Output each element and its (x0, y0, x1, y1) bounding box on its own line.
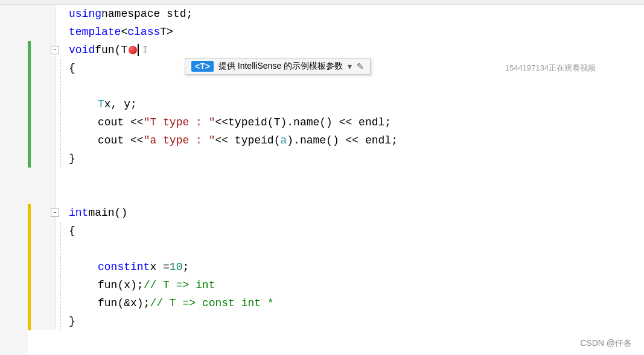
type-T: T (98, 95, 104, 113)
intellisense-dropdown[interactable]: ▾ (348, 61, 352, 71)
keyword: int (130, 258, 150, 276)
text-cursor (138, 44, 139, 56)
table-row: using namespace std; (28, 5, 644, 23)
keyword: const (98, 258, 130, 276)
string-literal: "a type : " (144, 131, 215, 149)
intellisense-text: 提供 IntelliSense 的示例模板参数 (218, 61, 343, 72)
fold-button[interactable]: − (51, 46, 59, 54)
table-row: T x, y; (28, 95, 644, 113)
table-row: cout << "a type : " << typeid(a).name() … (28, 131, 644, 149)
keyword: template (69, 23, 121, 41)
table-row: cout << "T type : "<<typeid(T).name() <<… (28, 113, 644, 131)
keyword: void (69, 41, 95, 59)
table-row: − void fun(T I (28, 41, 644, 59)
table-row: template<class T> (28, 23, 644, 41)
keyword: using (69, 5, 101, 23)
breakpoint-icon (129, 46, 137, 54)
table-row (28, 240, 644, 258)
table-row: { (28, 222, 644, 240)
number: 10 (170, 258, 183, 276)
intellisense-tag: <T> (191, 61, 214, 72)
comment: // T => int (144, 276, 215, 294)
table-row: − int main() (28, 204, 644, 222)
keyword: class (127, 23, 160, 41)
code-content-area: <T> 提供 IntelliSense 的示例模板参数 ▾ ✎ 15441971… (28, 5, 644, 355)
keyword: int (69, 204, 88, 222)
left-gutter (0, 5, 28, 355)
table-row: } (28, 312, 644, 330)
code-lines: using namespace std; template<class T> (28, 5, 644, 330)
table-row (28, 186, 644, 204)
table-row: } (28, 149, 644, 168)
table-row: fun(x); // T => int (28, 276, 644, 294)
intellisense-edit-icon[interactable]: ✎ (357, 61, 364, 71)
string-literal: "T type : " (144, 113, 215, 131)
fold-button[interactable]: − (51, 209, 59, 217)
watermark: CSDN @仟各 (580, 338, 632, 349)
type-a: a (280, 131, 287, 149)
intellisense-tooltip[interactable]: <T> 提供 IntelliSense 的示例模板参数 ▾ ✎ (185, 58, 371, 75)
comment: // T => const int * (150, 294, 273, 312)
table-row: const int x = 10; (28, 258, 644, 276)
editor-container: <T> 提供 IntelliSense 的示例模板参数 ▾ ✎ 15441971… (0, 0, 644, 355)
table-row (28, 77, 644, 95)
cursor-label: I (142, 41, 147, 59)
table-row (28, 168, 644, 186)
top-scrollbar[interactable] (0, 0, 644, 5)
table-row: fun(&x); // T => const int * (28, 294, 644, 312)
main-area: <T> 提供 IntelliSense 的示例模板参数 ▾ ✎ 15441971… (0, 5, 644, 355)
